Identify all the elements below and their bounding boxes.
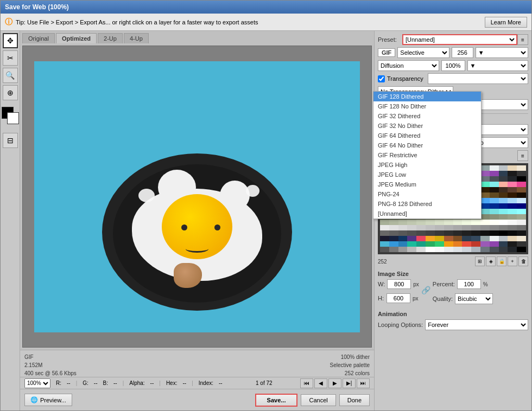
- percent-input[interactable]: [457, 279, 481, 289]
- color-cell[interactable]: [453, 241, 463, 247]
- color-cell[interactable]: [453, 230, 463, 236]
- color-cell[interactable]: [490, 225, 499, 230]
- color-cell[interactable]: [508, 214, 517, 220]
- height-input[interactable]: [387, 293, 410, 303]
- color-cell[interactable]: [508, 230, 517, 236]
- color-cell[interactable]: [517, 198, 526, 203]
- color-cell[interactable]: [389, 241, 398, 247]
- dropdown-item-png8[interactable]: PNG-8 128 Dithered: [373, 199, 481, 209]
- dither-input[interactable]: [441, 60, 465, 71]
- dropdown-item-jpeghigh[interactable]: JPEG High: [373, 160, 481, 170]
- preset-select[interactable]: [Unnamed]: [402, 34, 517, 45]
- tab-optimized[interactable]: Optimized: [56, 33, 97, 43]
- color-cell[interactable]: [490, 176, 499, 182]
- dither-select-arrow[interactable]: ▼: [467, 60, 529, 71]
- color-cell[interactable]: [508, 203, 517, 209]
- color-cell[interactable]: [508, 176, 517, 182]
- color-cell[interactable]: [444, 247, 453, 252]
- dropdown-item-gif64nodither[interactable]: GIF 64 No Dither: [373, 140, 481, 150]
- preset-options-btn[interactable]: ≡: [517, 34, 528, 45]
- color-cell[interactable]: [508, 241, 517, 247]
- transparency-checkbox[interactable]: [378, 75, 385, 82]
- color-cell[interactable]: [499, 203, 508, 209]
- color-cell[interactable]: [435, 247, 444, 252]
- color-cell[interactable]: [416, 220, 426, 225]
- color-cell[interactable]: [416, 241, 426, 247]
- color-cell[interactable]: [499, 182, 508, 187]
- zoom-select[interactable]: 100% 50% 200%: [24, 378, 50, 388]
- color-cell[interactable]: [517, 247, 526, 252]
- color-cell[interactable]: [499, 247, 508, 252]
- color-cell[interactable]: [471, 247, 480, 252]
- color-cell[interactable]: [407, 230, 416, 236]
- color-cell[interactable]: [490, 236, 499, 241]
- color-cell[interactable]: [416, 230, 426, 236]
- color-cell[interactable]: [480, 165, 490, 171]
- color-cell[interactable]: [508, 220, 517, 225]
- color-cell[interactable]: [480, 171, 490, 176]
- save-button[interactable]: Save...: [255, 394, 298, 407]
- color-cell[interactable]: [490, 209, 499, 214]
- color-cell[interactable]: [517, 220, 526, 225]
- tab-2up[interactable]: 2-Up: [98, 33, 123, 43]
- color-cell[interactable]: [508, 236, 517, 241]
- color-cell[interactable]: [517, 230, 526, 236]
- color-cell[interactable]: [426, 220, 435, 225]
- color-reduction-select[interactable]: Selective Adaptive Perceptual: [397, 47, 449, 58]
- color-cell[interactable]: [490, 203, 499, 209]
- cancel-button[interactable]: Cancel: [301, 394, 335, 406]
- color-cell[interactable]: [490, 220, 499, 225]
- dropdown-item-jpegmed[interactable]: JPEG Medium: [373, 179, 481, 189]
- dropdown-item-gif128nodither[interactable]: GIF 128 No Dither: [373, 101, 481, 111]
- color-cell[interactable]: [435, 241, 444, 247]
- dropdown-item-gif64dither[interactable]: GIF 64 Dithered: [373, 131, 481, 140]
- color-cell[interactable]: [499, 214, 508, 220]
- learn-more-button[interactable]: Learn More: [485, 17, 527, 28]
- color-cell[interactable]: [389, 220, 398, 225]
- color-cell[interactable]: [517, 225, 526, 230]
- color-cell[interactable]: [517, 182, 526, 187]
- color-cell[interactable]: [471, 220, 480, 225]
- map-icon-btn[interactable]: ⊞: [475, 256, 485, 266]
- color-cell[interactable]: [499, 236, 508, 241]
- matte-select[interactable]: [428, 73, 528, 84]
- color-cell[interactable]: [517, 165, 526, 171]
- color-cell[interactable]: [508, 171, 517, 176]
- color-cell[interactable]: [517, 236, 526, 241]
- color-cell[interactable]: [398, 241, 408, 247]
- color-cell[interactable]: [499, 192, 508, 198]
- color-cell[interactable]: [444, 236, 453, 241]
- color-cell[interactable]: [517, 187, 526, 192]
- color-cell[interactable]: [480, 203, 490, 209]
- color-cell[interactable]: [398, 220, 408, 225]
- color-cell[interactable]: [490, 230, 499, 236]
- color-cell[interactable]: [499, 220, 508, 225]
- color-cell[interactable]: [508, 209, 517, 214]
- crop-tool[interactable]: ✂: [3, 50, 18, 66]
- last-frame-btn[interactable]: ⏭: [357, 378, 370, 388]
- color-cell[interactable]: [389, 236, 398, 241]
- preview-button[interactable]: 🌐 Preview...: [24, 394, 72, 406]
- color-cell[interactable]: [490, 171, 499, 176]
- color-cell[interactable]: [453, 225, 463, 230]
- dropdown-item-gif32nodither[interactable]: GIF 32 No Dither: [373, 121, 481, 131]
- color-cell[interactable]: [407, 220, 416, 225]
- color-cell[interactable]: [499, 230, 508, 236]
- dropdown-item-jpeglow[interactable]: JPEG Low: [373, 170, 481, 179]
- color-cell[interactable]: [517, 203, 526, 209]
- color-cell[interactable]: [389, 230, 398, 236]
- color-cell[interactable]: [416, 236, 426, 241]
- color-cell[interactable]: [426, 236, 435, 241]
- color-cell[interactable]: [508, 165, 517, 171]
- color-cell[interactable]: [471, 241, 480, 247]
- dropdown-item-unnamed[interactable]: [Unnamed]: [373, 209, 481, 219]
- color-cell[interactable]: [490, 247, 499, 252]
- tab-original[interactable]: Original: [22, 33, 55, 43]
- color-cell[interactable]: [398, 236, 408, 241]
- toggle-view[interactable]: ⊟: [3, 133, 18, 148]
- color-cell[interactable]: [480, 176, 490, 182]
- color-cell[interactable]: [508, 192, 517, 198]
- play-btn[interactable]: ▶: [328, 378, 341, 388]
- color-cell[interactable]: [517, 214, 526, 220]
- color-cell[interactable]: [435, 220, 444, 225]
